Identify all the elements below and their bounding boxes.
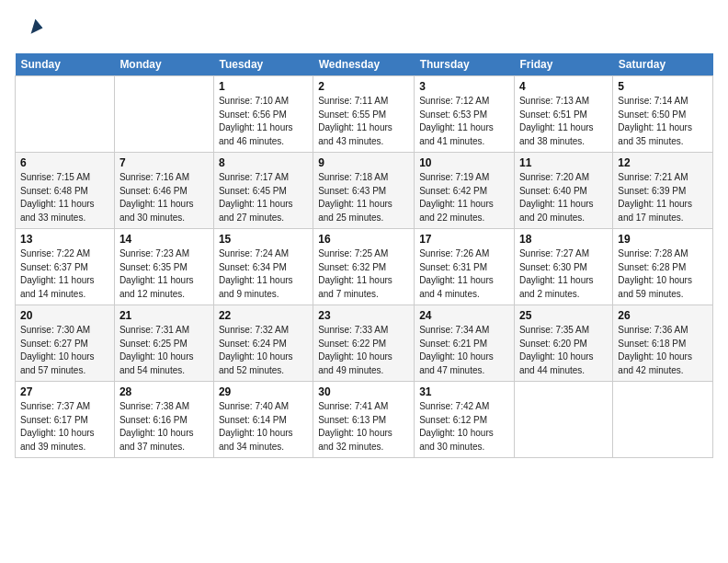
day-detail: Sunrise: 7:41 AM Sunset: 6:13 PM Dayligh…: [318, 400, 409, 454]
calendar-cell: 15Sunrise: 7:24 AM Sunset: 6:34 PM Dayli…: [213, 229, 313, 305]
day-number: 1: [219, 80, 308, 93]
calendar-cell: 26Sunrise: 7:36 AM Sunset: 6:18 PM Dayli…: [613, 305, 713, 382]
day-detail: Sunrise: 7:13 AM Sunset: 6:51 PM Dayligh…: [519, 95, 608, 148]
day-detail: Sunrise: 7:10 AM Sunset: 6:56 PM Dayligh…: [219, 95, 308, 148]
day-detail: Sunrise: 7:23 AM Sunset: 6:35 PM Dayligh…: [119, 247, 209, 301]
column-header-wednesday: Wednesday: [313, 53, 415, 76]
day-detail: Sunrise: 7:31 AM Sunset: 6:25 PM Dayligh…: [119, 324, 209, 377]
calendar-cell: 20Sunrise: 7:30 AM Sunset: 6:27 PM Dayli…: [16, 305, 115, 382]
column-header-monday: Monday: [114, 53, 213, 76]
day-detail: Sunrise: 7:25 AM Sunset: 6:32 PM Dayligh…: [318, 247, 409, 301]
day-number: 3: [419, 80, 509, 93]
calendar-cell: 31Sunrise: 7:42 AM Sunset: 6:12 PM Dayli…: [415, 382, 515, 458]
day-detail: Sunrise: 7:37 AM Sunset: 6:17 PM Dayligh…: [20, 400, 109, 454]
day-detail: Sunrise: 7:19 AM Sunset: 6:42 PM Dayligh…: [419, 171, 509, 224]
day-detail: Sunrise: 7:14 AM Sunset: 6:50 PM Dayligh…: [618, 95, 708, 148]
day-detail: Sunrise: 7:28 AM Sunset: 6:28 PM Dayligh…: [618, 247, 708, 301]
page-header: [15, 15, 713, 44]
calendar-cell: 29Sunrise: 7:40 AM Sunset: 6:14 PM Dayli…: [213, 382, 313, 458]
column-header-saturday: Saturday: [613, 53, 713, 76]
day-detail: Sunrise: 7:12 AM Sunset: 6:53 PM Dayligh…: [419, 95, 509, 148]
calendar-cell: 22Sunrise: 7:32 AM Sunset: 6:24 PM Dayli…: [213, 305, 313, 382]
logo: [15, 15, 50, 44]
calendar-cell: [16, 76, 115, 153]
day-detail: Sunrise: 7:22 AM Sunset: 6:37 PM Dayligh…: [20, 247, 109, 301]
day-number: 29: [219, 385, 308, 398]
calendar-cell: 11Sunrise: 7:20 AM Sunset: 6:40 PM Dayli…: [514, 153, 612, 229]
calendar-cell: 14Sunrise: 7:23 AM Sunset: 6:35 PM Dayli…: [114, 229, 213, 305]
week-row-3: 13Sunrise: 7:22 AM Sunset: 6:37 PM Dayli…: [16, 229, 713, 305]
day-detail: Sunrise: 7:27 AM Sunset: 6:30 PM Dayligh…: [519, 247, 608, 301]
day-number: 30: [318, 385, 409, 398]
day-detail: Sunrise: 7:42 AM Sunset: 6:12 PM Dayligh…: [419, 400, 509, 454]
logo-icon: [15, 15, 44, 44]
day-detail: Sunrise: 7:32 AM Sunset: 6:24 PM Dayligh…: [219, 324, 308, 377]
calendar-cell: 5Sunrise: 7:14 AM Sunset: 6:50 PM Daylig…: [613, 76, 713, 153]
calendar-cell: 27Sunrise: 7:37 AM Sunset: 6:17 PM Dayli…: [16, 382, 115, 458]
column-header-tuesday: Tuesday: [213, 53, 313, 76]
day-detail: Sunrise: 7:21 AM Sunset: 6:39 PM Dayligh…: [618, 171, 708, 224]
svg-marker-1: [31, 19, 43, 34]
day-number: 18: [519, 233, 608, 246]
day-number: 28: [119, 385, 209, 398]
day-number: 5: [618, 80, 708, 93]
calendar-cell: 1Sunrise: 7:10 AM Sunset: 6:56 PM Daylig…: [213, 76, 313, 153]
day-number: 20: [20, 309, 109, 322]
day-detail: Sunrise: 7:11 AM Sunset: 6:55 PM Dayligh…: [318, 95, 409, 148]
calendar-cell: 17Sunrise: 7:26 AM Sunset: 6:31 PM Dayli…: [415, 229, 515, 305]
day-number: 16: [318, 233, 409, 246]
calendar-cell: 19Sunrise: 7:28 AM Sunset: 6:28 PM Dayli…: [613, 229, 713, 305]
day-number: 6: [20, 156, 109, 169]
calendar-table: SundayMondayTuesdayWednesdayThursdayFrid…: [15, 53, 713, 458]
day-number: 24: [419, 309, 509, 322]
day-number: 21: [119, 309, 209, 322]
calendar-cell: 18Sunrise: 7:27 AM Sunset: 6:30 PM Dayli…: [514, 229, 612, 305]
calendar-cell: 30Sunrise: 7:41 AM Sunset: 6:13 PM Dayli…: [313, 382, 415, 458]
day-number: 31: [419, 385, 509, 398]
day-number: 25: [519, 309, 608, 322]
calendar-cell: [114, 76, 213, 153]
calendar-cell: 4Sunrise: 7:13 AM Sunset: 6:51 PM Daylig…: [514, 76, 612, 153]
day-detail: Sunrise: 7:26 AM Sunset: 6:31 PM Dayligh…: [419, 247, 509, 301]
calendar-cell: 24Sunrise: 7:34 AM Sunset: 6:21 PM Dayli…: [415, 305, 515, 382]
day-detail: Sunrise: 7:33 AM Sunset: 6:22 PM Dayligh…: [318, 324, 409, 377]
day-number: 27: [20, 385, 109, 398]
calendar-cell: 2Sunrise: 7:11 AM Sunset: 6:55 PM Daylig…: [313, 76, 415, 153]
calendar-cell: 3Sunrise: 7:12 AM Sunset: 6:53 PM Daylig…: [415, 76, 515, 153]
day-number: 12: [618, 156, 708, 169]
calendar-cell: 13Sunrise: 7:22 AM Sunset: 6:37 PM Dayli…: [16, 229, 115, 305]
day-number: 2: [318, 80, 409, 93]
day-number: 8: [219, 156, 308, 169]
day-number: 13: [20, 233, 109, 246]
day-number: 15: [219, 233, 308, 246]
day-detail: Sunrise: 7:36 AM Sunset: 6:18 PM Dayligh…: [618, 324, 708, 377]
calendar-cell: 25Sunrise: 7:35 AM Sunset: 6:20 PM Dayli…: [514, 305, 612, 382]
day-number: 10: [419, 156, 509, 169]
calendar-cell: 7Sunrise: 7:16 AM Sunset: 6:46 PM Daylig…: [114, 153, 213, 229]
calendar-cell: 9Sunrise: 7:18 AM Sunset: 6:43 PM Daylig…: [313, 153, 415, 229]
day-detail: Sunrise: 7:17 AM Sunset: 6:45 PM Dayligh…: [219, 171, 308, 224]
day-number: 4: [519, 80, 608, 93]
column-header-thursday: Thursday: [415, 53, 515, 76]
calendar-cell: 10Sunrise: 7:19 AM Sunset: 6:42 PM Dayli…: [415, 153, 515, 229]
day-headers-row: SundayMondayTuesdayWednesdayThursdayFrid…: [16, 53, 713, 76]
day-number: 26: [618, 309, 708, 322]
calendar-cell: 21Sunrise: 7:31 AM Sunset: 6:25 PM Dayli…: [114, 305, 213, 382]
calendar-cell: 16Sunrise: 7:25 AM Sunset: 6:32 PM Dayli…: [313, 229, 415, 305]
day-number: 9: [318, 156, 409, 169]
calendar-cell: 12Sunrise: 7:21 AM Sunset: 6:39 PM Dayli…: [613, 153, 713, 229]
calendar-cell: 8Sunrise: 7:17 AM Sunset: 6:45 PM Daylig…: [213, 153, 313, 229]
day-detail: Sunrise: 7:40 AM Sunset: 6:14 PM Dayligh…: [219, 400, 308, 454]
day-detail: Sunrise: 7:20 AM Sunset: 6:40 PM Dayligh…: [519, 171, 608, 224]
day-detail: Sunrise: 7:34 AM Sunset: 6:21 PM Dayligh…: [419, 324, 509, 377]
day-number: 23: [318, 309, 409, 322]
calendar-cell: 28Sunrise: 7:38 AM Sunset: 6:16 PM Dayli…: [114, 382, 213, 458]
day-detail: Sunrise: 7:35 AM Sunset: 6:20 PM Dayligh…: [519, 324, 608, 377]
calendar-cell: [514, 382, 612, 458]
day-detail: Sunrise: 7:30 AM Sunset: 6:27 PM Dayligh…: [20, 324, 109, 377]
day-number: 17: [419, 233, 509, 246]
day-number: 11: [519, 156, 608, 169]
calendar-cell: 6Sunrise: 7:15 AM Sunset: 6:48 PM Daylig…: [16, 153, 115, 229]
day-detail: Sunrise: 7:38 AM Sunset: 6:16 PM Dayligh…: [119, 400, 209, 454]
day-detail: Sunrise: 7:18 AM Sunset: 6:43 PM Dayligh…: [318, 171, 409, 224]
